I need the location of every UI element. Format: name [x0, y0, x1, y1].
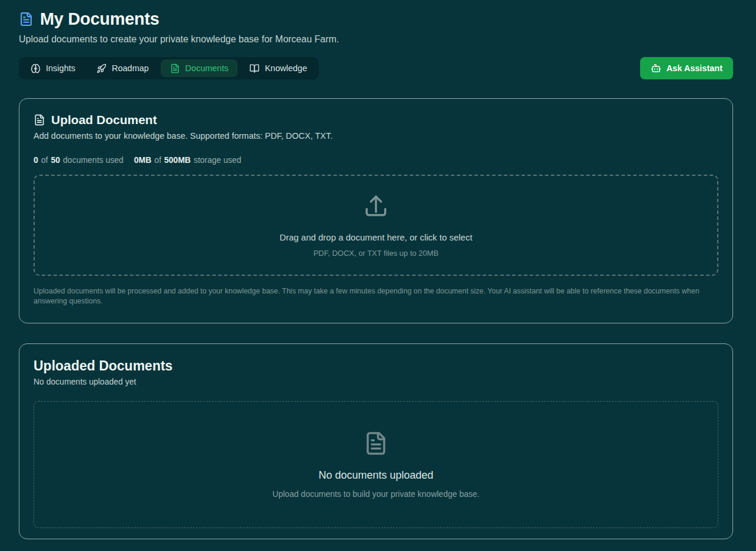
- documents-page: My Documents Upload documents to create …: [0, 0, 756, 551]
- documents-usage-separator: of: [41, 155, 48, 165]
- storage-usage-separator: of: [154, 155, 161, 165]
- tab-label: Roadmap: [112, 64, 149, 73]
- book-open-icon: [249, 64, 259, 74]
- uploaded-documents-subtitle: No documents uploaded yet: [34, 377, 718, 386]
- upload-card-title: Upload Document: [51, 113, 157, 127]
- page-subtitle: Upload documents to create your private …: [19, 34, 733, 45]
- uploaded-documents-card: Uploaded Documents No documents uploaded…: [19, 343, 733, 539]
- ask-assistant-button[interactable]: Ask Assistant: [640, 57, 733, 79]
- upload-card-description: Add documents to your knowledge base. Su…: [34, 131, 718, 141]
- file-text-icon: [170, 64, 180, 74]
- file-text-icon: [364, 431, 388, 456]
- tab-label: Documents: [185, 64, 228, 73]
- usage-stats: 0 of 50 documents used 0MB of 500MB stor…: [34, 155, 718, 165]
- documents-used-value: 0: [34, 155, 38, 165]
- file-dropzone[interactable]: Drag and drop a document here, or click …: [34, 175, 718, 276]
- documents-limit-value: 50: [51, 155, 60, 165]
- storage-used-value: 0MB: [134, 155, 152, 165]
- storage-usage: 0MB of 500MB storage used: [134, 155, 241, 165]
- empty-state-title: No documents uploaded: [318, 469, 433, 482]
- tab-knowledge[interactable]: Knowledge: [240, 59, 317, 77]
- upload-document-card: Upload Document Add documents to your kn…: [19, 98, 733, 323]
- file-text-icon: [34, 114, 45, 126]
- ask-assistant-label: Ask Assistant: [667, 64, 722, 73]
- tab-documents[interactable]: Documents: [161, 59, 238, 77]
- bot-icon: [651, 63, 661, 74]
- uploaded-documents-title: Uploaded Documents: [34, 358, 718, 374]
- tab-label: Insights: [46, 64, 75, 73]
- upload-icon: [364, 193, 388, 218]
- dropzone-main-text: Drag and drop a document here, or click …: [279, 232, 472, 242]
- empty-state-description: Upload documents to build your private k…: [272, 489, 479, 499]
- tab-insights[interactable]: Insights: [21, 59, 85, 77]
- tab-label: Knowledge: [265, 64, 307, 73]
- rocket-icon: [96, 64, 106, 74]
- page-title: My Documents: [40, 9, 159, 29]
- page-header: My Documents Upload documents to create …: [19, 9, 733, 45]
- tab-roadmap[interactable]: Roadmap: [87, 59, 158, 77]
- brain-icon: [31, 64, 41, 74]
- storage-usage-label: storage used: [194, 155, 241, 165]
- upload-footnote: Uploaded documents will be processed and…: [34, 286, 718, 306]
- nav-row: Insights Roadmap Documents Knowledge Ask…: [19, 57, 733, 79]
- documents-usage-label: documents used: [63, 155, 124, 165]
- documents-usage: 0 of 50 documents used: [34, 155, 124, 165]
- storage-limit-value: 500MB: [164, 155, 191, 165]
- file-text-icon: [19, 12, 34, 26]
- empty-documents-state: No documents uploaded Upload documents t…: [34, 401, 718, 528]
- tab-bar: Insights Roadmap Documents Knowledge: [19, 57, 319, 79]
- dropzone-sub-text: PDF, DOCX, or TXT files up to 20MB: [314, 249, 439, 258]
